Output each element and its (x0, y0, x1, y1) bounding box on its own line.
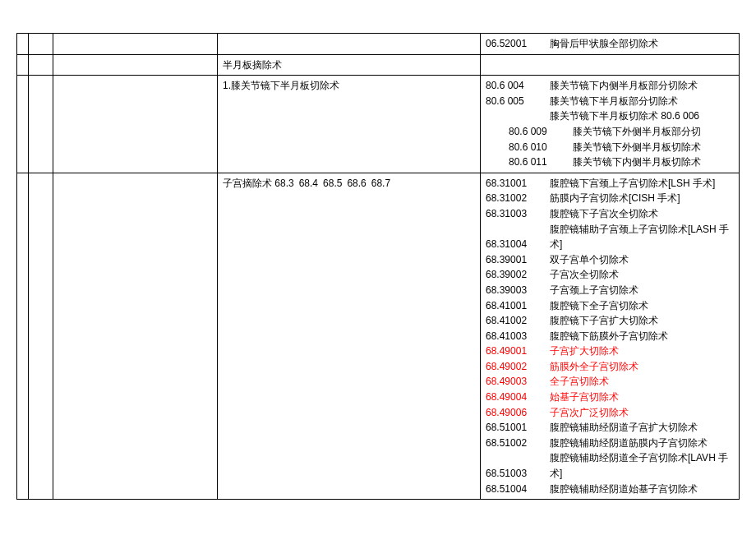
code-line: 80.6 011膝关节镜下内侧半月板切除术 (486, 155, 734, 170)
code-value: 68.51004 (486, 482, 550, 497)
code-line: 80.6 010膝关节镜下外侧半月板切除术 (486, 140, 734, 155)
cell-col2 (53, 34, 218, 55)
cell-col2 (53, 76, 218, 173)
cell-col1 (29, 173, 53, 499)
code-line: 80.6 009膝关节镜下外侧半月板部分切 (486, 124, 734, 140)
code-desc: 膝关节镜下外侧半月板切除术 (573, 140, 701, 155)
code-line: 68.41001腹腔镜下全子宫切除术 (486, 298, 734, 314)
code-desc: 胸骨后甲状腺全部切除术 (550, 36, 658, 52)
code-desc: 术] (550, 237, 562, 252)
code-line: 68.51003术] (486, 466, 734, 482)
code-desc: 腹腔镜辅助子宫颈上子宫切除术[LASH 手 (550, 222, 729, 238)
table-row: 半月板摘除术 (17, 54, 740, 76)
code-desc: 膝关节镜下半月板部分切除术 (550, 94, 678, 109)
code-desc: 子宫次广泛切除术 (550, 405, 629, 421)
code-value: 68.51003 (486, 466, 550, 482)
code-value: 80.6 005 (486, 94, 550, 109)
code-value: 68.49001 (486, 344, 550, 359)
code-line: 80.6 004膝关节镜下内侧半月板部分切除术 (486, 78, 734, 94)
code-value: 68.39001 (486, 252, 550, 268)
code-line: 腹腔镜辅助经阴道全子宫切除术[LAVH 手 (486, 450, 734, 466)
code-desc: 腹腔镜下宫颈上子宫切除术[LSH 手术] (550, 176, 715, 191)
code-desc: 术] (550, 466, 562, 482)
code-desc: 腹腔镜下子宫扩大切除术 (550, 313, 658, 329)
code-desc: 腹腔镜下子宫次全切除术 (550, 206, 658, 222)
code-desc: 全子宫切除术 (550, 374, 609, 390)
cell-codes: 68.31001腹腔镜下宫颈上子宫切除术[LSH 手术]68.31002筋膜内子… (481, 173, 740, 499)
code-desc: 膝关节镜下外侧半月板部分切 (573, 124, 701, 140)
code-desc: 子宫颈上子宫切除术 (550, 283, 638, 298)
code-desc: 腹腔镜辅助经阴道筋膜内子宫切除术 (550, 436, 708, 451)
table-row: 06.52001胸骨后甲状腺全部切除术 (17, 34, 740, 55)
code-line: 68.49003全子宫切除术 (486, 374, 734, 390)
code-line: 68.39001双子宫单个切除术 (486, 252, 734, 268)
code-desc: 筋膜外全子宫切除术 (550, 359, 638, 375)
cell-col0 (17, 54, 29, 76)
cell-procedure: 子宫摘除术 68.3 68.4 68.5 68.6 68.7 (218, 173, 481, 499)
code-line: 腹腔镜辅助子宫颈上子宫切除术[LASH 手 (486, 222, 734, 238)
cell-col1 (29, 34, 53, 55)
cell-codes: 80.6 004膝关节镜下内侧半月板部分切除术80.6 005膝关节镜下半月板部… (481, 76, 740, 173)
code-value: 68.49006 (486, 405, 550, 421)
code-value: 80.6 009 (486, 124, 573, 140)
code-line: 68.41002腹腔镜下子宫扩大切除术 (486, 313, 734, 329)
code-line: 68.51001腹腔镜辅助经阴道子宫扩大切除术 (486, 420, 734, 436)
code-value: 68.41001 (486, 298, 550, 314)
code-desc: 膝关节镜下半月板切除术 80.6 006 (550, 108, 699, 124)
code-value: 68.49004 (486, 390, 550, 405)
code-value: 68.31004 (486, 237, 550, 252)
code-value: 80.6 004 (486, 78, 550, 94)
code-line: 80.6 005膝关节镜下半月板部分切除术 (486, 94, 734, 109)
code-desc: 腹腔镜辅助经阴道全子宫切除术[LAVH 手 (550, 450, 728, 466)
code-desc: 子宫扩大切除术 (550, 344, 619, 359)
cell-codes (481, 54, 740, 76)
code-line: 68.31003腹腔镜下子宫次全切除术 (486, 206, 734, 222)
code-line: 68.41003腹腔镜下筋膜外子宫切除术 (486, 329, 734, 344)
cell-col0 (17, 173, 29, 499)
code-value: 68.51002 (486, 436, 550, 451)
code-value: 68.39003 (486, 283, 550, 298)
code-desc: 腹腔镜辅助经阴道子宫扩大切除术 (550, 420, 698, 436)
cell-procedure: 半月板摘除术 (218, 54, 481, 76)
code-value: 06.52001 (486, 36, 550, 52)
code-value: 68.31003 (486, 206, 550, 222)
code-desc: 腹腔镜辅助经阴道始基子宫切除术 (550, 482, 698, 497)
code-value: 68.41003 (486, 329, 550, 344)
cell-col2 (53, 54, 218, 76)
code-desc: 双子宫单个切除术 (550, 252, 629, 268)
code-value: 68.31002 (486, 191, 550, 206)
code-desc: 子宫次全切除术 (550, 267, 619, 283)
code-line: 68.49001子宫扩大切除术 (486, 344, 734, 359)
code-line: 膝关节镜下半月板切除术 80.6 006 (486, 108, 734, 124)
cell-procedure (218, 34, 481, 55)
code-line: 68.39003子宫颈上子宫切除术 (486, 283, 734, 298)
code-value: 68.51001 (486, 420, 550, 436)
code-line: 68.31001腹腔镜下宫颈上子宫切除术[LSH 手术] (486, 176, 734, 191)
code-value: 68.31001 (486, 176, 550, 191)
code-value: 68.49002 (486, 359, 550, 375)
code-desc: 腹腔镜下筋膜外子宫切除术 (550, 329, 668, 344)
table-row: 子宫摘除术 68.3 68.4 68.5 68.6 68.768.31001腹腔… (17, 173, 740, 499)
code-value: 80.6 010 (486, 140, 573, 155)
code-desc: 膝关节镜下内侧半月板切除术 (573, 155, 701, 170)
code-line: 06.52001胸骨后甲状腺全部切除术 (486, 36, 734, 52)
cell-procedure: 1.膝关节镜下半月板切除术 (218, 76, 481, 173)
cell-codes: 06.52001胸骨后甲状腺全部切除术 (481, 34, 740, 55)
data-table: 06.52001胸骨后甲状腺全部切除术半月板摘除术1.膝关节镜下半月板切除术80… (16, 33, 740, 500)
table-row: 1.膝关节镜下半月板切除术80.6 004膝关节镜下内侧半月板部分切除术80.6… (17, 76, 740, 173)
code-value: 68.49003 (486, 374, 550, 390)
code-line: 68.51002腹腔镜辅助经阴道筋膜内子宫切除术 (486, 436, 734, 451)
code-line: 68.31004术] (486, 237, 734, 252)
cell-col0 (17, 34, 29, 55)
code-line: 68.49004始基子宫切除术 (486, 390, 734, 405)
cell-col1 (29, 54, 53, 76)
code-desc: 始基子宫切除术 (550, 390, 619, 405)
cell-col0 (17, 76, 29, 173)
code-desc: 腹腔镜下全子宫切除术 (550, 298, 648, 314)
code-desc: 筋膜内子宫切除术[CISH 手术] (550, 191, 680, 206)
code-value: 80.6 011 (486, 155, 573, 170)
code-line: 68.49002筋膜外全子宫切除术 (486, 359, 734, 375)
code-value: 68.39002 (486, 267, 550, 283)
code-desc: 膝关节镜下内侧半月板部分切除术 (550, 78, 698, 94)
code-line: 68.39002子宫次全切除术 (486, 267, 734, 283)
